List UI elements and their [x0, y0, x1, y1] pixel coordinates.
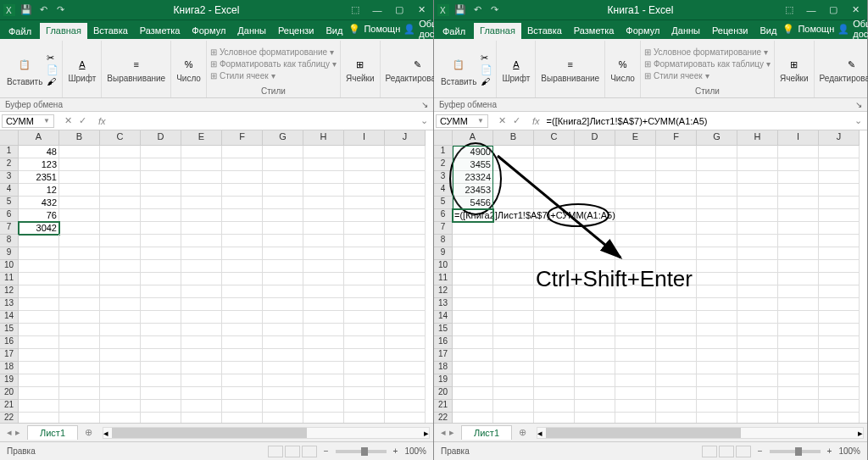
cell[interactable] [453, 273, 493, 285]
cell[interactable] [263, 222, 303, 235]
cell[interactable] [385, 171, 426, 184]
cell[interactable] [59, 336, 100, 349]
row-header[interactable]: 6 [0, 209, 19, 222]
cell[interactable] [493, 362, 534, 374]
add-sheet-icon[interactable]: ⊕ [512, 427, 533, 438]
cell[interactable] [656, 197, 697, 209]
name-box[interactable]: СУММ▼ [436, 114, 488, 128]
cell[interactable] [263, 260, 303, 273]
cell[interactable] [737, 222, 778, 235]
cell[interactable] [778, 247, 819, 260]
cell[interactable] [344, 222, 385, 235]
cell[interactable] [697, 197, 737, 209]
cell[interactable] [59, 374, 100, 387]
cell[interactable] [615, 222, 656, 235]
cell[interactable] [141, 273, 181, 285]
cell[interactable] [493, 311, 534, 324]
cell[interactable] [534, 146, 575, 158]
help-icon[interactable]: 💡 [348, 24, 360, 35]
cell[interactable] [697, 311, 737, 324]
row-header[interactable]: 6 [434, 209, 453, 222]
cell[interactable] [737, 260, 778, 273]
row-header[interactable]: 7 [434, 222, 453, 235]
row-header[interactable]: 1 [434, 146, 453, 158]
cell[interactable] [656, 222, 697, 235]
cell[interactable] [385, 184, 426, 197]
tab-view[interactable]: Вид [320, 23, 348, 39]
cell[interactable] [697, 349, 737, 362]
cell[interactable] [697, 171, 737, 184]
cell[interactable] [778, 222, 819, 235]
cell[interactable] [344, 336, 385, 349]
horizontal-scrollbar[interactable]: ◂▸ [537, 427, 864, 439]
cell[interactable] [344, 298, 385, 311]
cell[interactable] [181, 171, 222, 184]
cell[interactable] [615, 362, 656, 374]
cell[interactable] [385, 400, 426, 413]
cell[interactable] [819, 400, 860, 413]
font-button[interactable]: AШрифт [66, 54, 97, 85]
paste-button[interactable]: 📋 Вставить [5, 51, 44, 88]
cell[interactable] [303, 209, 344, 222]
cell[interactable] [141, 184, 181, 197]
cell[interactable] [656, 349, 697, 362]
cell[interactable] [493, 146, 534, 158]
cell[interactable] [615, 171, 656, 184]
tab-review[interactable]: Рецензи [706, 23, 754, 39]
zoom-in-icon[interactable]: + [393, 446, 398, 456]
scroll-right-icon[interactable]: ▸ [424, 428, 429, 439]
cell[interactable] [181, 362, 222, 374]
cell[interactable] [615, 324, 656, 336]
cell[interactable] [19, 235, 59, 247]
cell[interactable] [575, 171, 615, 184]
cell[interactable] [181, 387, 222, 400]
cell[interactable] [737, 400, 778, 413]
cell-styles-button[interactable]: ⊞Стили ячеек ▾ [644, 71, 709, 80]
row-header[interactable]: 13 [434, 298, 453, 311]
cell[interactable] [385, 158, 426, 171]
cell[interactable] [303, 311, 344, 324]
cell[interactable] [778, 235, 819, 247]
cell[interactable] [59, 285, 100, 298]
cut-icon[interactable]: ✂ [47, 53, 54, 64]
cell[interactable] [344, 260, 385, 273]
row-header[interactable]: 20 [434, 387, 453, 400]
row-header[interactable]: 10 [0, 260, 19, 273]
cell[interactable] [656, 235, 697, 247]
row-header[interactable]: 16 [0, 336, 19, 349]
tab-view[interactable]: Вид [754, 23, 782, 39]
cell[interactable] [385, 222, 426, 235]
maximize-icon[interactable]: ▢ [823, 2, 843, 19]
cell[interactable] [737, 171, 778, 184]
zoom-in-icon[interactable]: + [827, 446, 832, 456]
view-normal-icon[interactable] [268, 446, 283, 457]
cell[interactable] [303, 171, 344, 184]
cell[interactable] [493, 285, 534, 298]
column-header[interactable]: D [575, 130, 615, 146]
cell[interactable] [181, 197, 222, 209]
cell[interactable] [141, 311, 181, 324]
undo-icon[interactable]: ↶ [36, 3, 51, 18]
row-header[interactable]: 2 [0, 158, 19, 171]
cell[interactable] [385, 247, 426, 260]
cell[interactable] [656, 413, 697, 423]
cell[interactable] [493, 184, 534, 197]
cell[interactable] [19, 413, 59, 423]
cell[interactable] [344, 235, 385, 247]
cell[interactable] [697, 400, 737, 413]
tab-layout[interactable]: Разметка [568, 23, 620, 39]
cell[interactable] [615, 235, 656, 247]
cell[interactable] [656, 400, 697, 413]
accept-formula-icon[interactable]: ✓ [79, 115, 86, 126]
cell[interactable] [534, 349, 575, 362]
cell[interactable] [534, 235, 575, 247]
cell[interactable] [656, 209, 697, 222]
cond-format-button[interactable]: ⊞Условное форматирование ▾ [644, 47, 768, 57]
cell[interactable] [493, 349, 534, 362]
expand-formula-icon[interactable]: ⌄ [849, 115, 867, 126]
worksheet-grid[interactable]: ABCDEFGHIJ148212332351412543267673042891… [0, 130, 433, 423]
cell[interactable] [344, 184, 385, 197]
close-icon[interactable]: ✕ [411, 2, 431, 19]
cell[interactable] [303, 247, 344, 260]
cell[interactable] [59, 273, 100, 285]
